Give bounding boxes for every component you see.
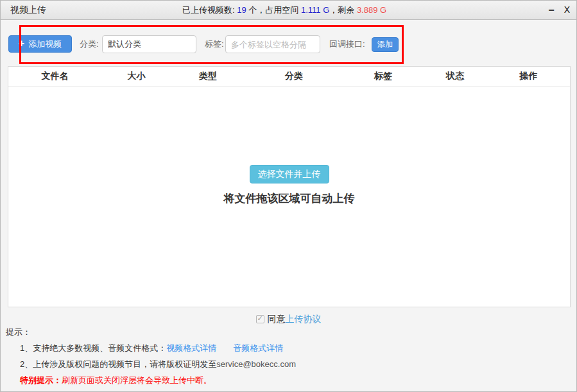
stats-prefix: 已上传视频数:	[182, 5, 237, 15]
video-upload-window: 视频上传 已上传视频数: 19 个，占用空间 1.111 G，剩余 3.889 …	[0, 0, 577, 392]
callback-label: 回调接口:	[329, 35, 365, 53]
select-files-button[interactable]: 选择文件并上传	[250, 165, 329, 183]
tip-line-copyright: 2、上传涉及版权问题的视频节目，请将版权证明发至service@bokecc.c…	[6, 356, 296, 372]
close-icon[interactable]: X	[564, 1, 570, 19]
stats-count: 19	[237, 5, 246, 15]
column-header-type: 类型	[171, 71, 245, 82]
column-header-status: 状态	[423, 71, 487, 82]
file-table-panel: 文件名 大小 类型 分类 标签 状态 操作 选择文件并上传 将文件拖该区域可自动…	[8, 66, 571, 307]
window-controls: − X	[548, 1, 570, 19]
tips-title: 提示：	[6, 324, 296, 340]
minimize-icon[interactable]: −	[548, 1, 554, 19]
tags-label: 标签:	[205, 35, 224, 53]
copyright-email: service@bokecc.com	[216, 359, 296, 369]
tip2-text: 2、上传涉及版权问题的视频节目，请将版权证明发至	[20, 359, 216, 369]
callback-add-button[interactable]: 添加	[372, 37, 399, 52]
add-video-button[interactable]: + 添加视频	[8, 35, 72, 53]
checkmark-icon: ✓	[257, 314, 263, 323]
warning-prefix: 特别提示：	[20, 375, 62, 385]
upload-agreement-link[interactable]: 上传协议	[286, 314, 322, 324]
warning-text: 刷新页面或关闭浮层将会导致上传中断。	[62, 375, 212, 385]
agree-text: 同意	[268, 314, 286, 324]
plus-icon: +	[19, 38, 24, 49]
stats-mid1: 个，占用空间	[246, 5, 301, 15]
window-title: 视频上传	[10, 1, 46, 19]
titlebar: 视频上传 已上传视频数: 19 个，占用空间 1.111 G，剩余 3.889 …	[1, 1, 576, 20]
add-video-label: 添加视频	[28, 38, 62, 50]
drag-drop-hint: 将文件拖该区域可自动上传	[8, 191, 570, 206]
tip-line-warning: 特别提示：刷新页面或关闭浮层将会导致上传中断。	[6, 372, 296, 388]
column-header-filename: 文件名	[8, 71, 101, 82]
toolbar: + 添加视频 分类: 标签: 回调接口: 添加	[1, 20, 576, 66]
upload-stats: 已上传视频数: 19 个，占用空间 1.111 G，剩余 3.889 G	[182, 1, 386, 19]
category-label: 分类:	[80, 35, 99, 53]
column-header-operation: 操作	[487, 71, 570, 82]
column-header-tags: 标签	[343, 71, 423, 82]
tip1-text: 1、支持绝大多数视频、音频文件格式：	[20, 343, 166, 353]
tips-footer: 提示： 1、支持绝大多数视频、音频文件格式：视频格式详情音频格式详情 2、上传涉…	[6, 324, 296, 388]
tags-input[interactable]	[225, 35, 320, 53]
stats-mid2: ，剩余	[329, 5, 357, 15]
stats-remaining-space: 3.889 G	[357, 5, 386, 15]
category-input[interactable]	[102, 35, 196, 53]
table-header-row: 文件名 大小 类型 分类 标签 状态 操作	[8, 67, 570, 87]
video-format-details-link[interactable]: 视频格式详情	[166, 343, 216, 353]
agree-checkbox[interactable]: ✓	[256, 315, 264, 323]
tip-line-formats: 1、支持绝大多数视频、音频文件格式：视频格式详情音频格式详情	[6, 340, 296, 356]
audio-format-details-link[interactable]: 音频格式详情	[233, 343, 283, 353]
stats-used-space: 1.111 G	[301, 5, 329, 15]
file-drop-zone[interactable]: 选择文件并上传 将文件拖该区域可自动上传	[8, 87, 570, 206]
column-header-category: 分类	[245, 71, 343, 82]
column-header-size: 大小	[101, 71, 171, 82]
